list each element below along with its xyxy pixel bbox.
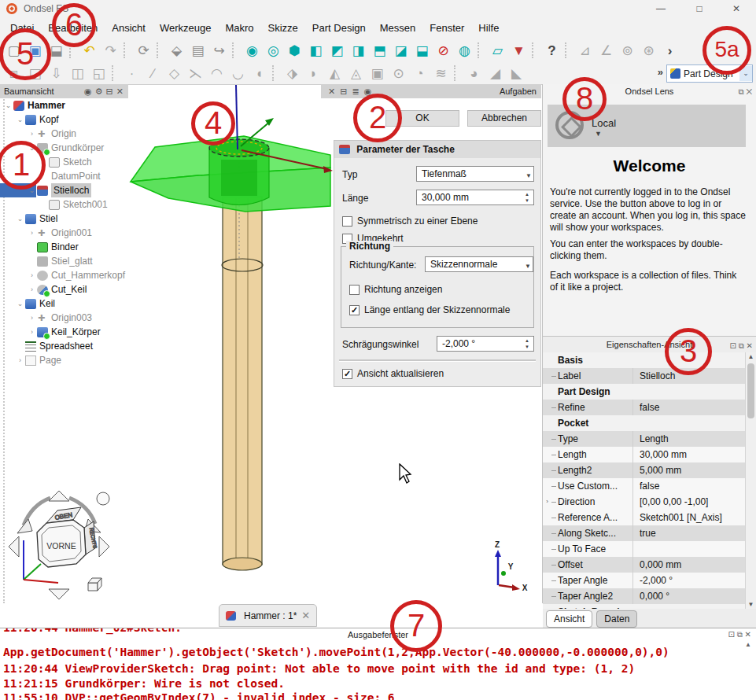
tree-item-origin[interactable]: › Origin <box>0 127 128 141</box>
tree-item-stiel[interactable]: ⌄ Stiel <box>0 212 128 226</box>
face-icon[interactable]: ◖ <box>249 64 269 83</box>
scroll-down-icon[interactable]: ▼ <box>746 601 756 608</box>
tree-chevron-icon[interactable]: ⌄ <box>3 98 13 112</box>
lens-panel-header[interactable]: Ondsel Lens ⧉ ✕ <box>543 84 756 98</box>
document-tab[interactable]: Hammer : 1* ✕ <box>219 604 317 627</box>
right-view-icon[interactable]: ◨ <box>348 41 368 61</box>
tab-daten[interactable]: Daten <box>596 610 637 628</box>
task-panel-header[interactable]: ✕⊟≣◉ Aufgaben <box>321 84 541 98</box>
local-coords-icon[interactable]: ⋋ <box>186 64 205 83</box>
property-value[interactable]: Length <box>632 431 746 447</box>
output-panel-icons[interactable]: ⊡ ⧉ ✕ <box>725 630 751 639</box>
tree-chevron-icon[interactable]: ⌄ <box>15 112 25 127</box>
property-value[interactable]: [0,00 0,00 -1,00] <box>632 494 746 510</box>
measure-angle-icon[interactable]: ∠ <box>596 41 616 61</box>
box-in-box-icon[interactable]: ◫ <box>68 64 87 83</box>
cancel-button[interactable]: Abbrechen <box>467 110 541 127</box>
workbench-part-icon[interactable]: ⬙ <box>167 41 186 61</box>
prop-label[interactable]: Label Stielloch <box>543 368 746 384</box>
tree-chevron-icon[interactable]: ⌄ <box>27 141 37 155</box>
symmetric-checkbox-row[interactable]: Symmetrisch zu einer Ebene <box>342 215 478 227</box>
property-value[interactable]: 5,000 mm <box>632 462 746 478</box>
open-document-icon[interactable]: ▣ <box>25 41 45 61</box>
property-value[interactable] <box>632 604 746 609</box>
property-value[interactable]: true <box>632 525 746 541</box>
update-view-checkbox[interactable] <box>342 369 352 379</box>
save-icon[interactable]: ⬓ <box>46 41 66 61</box>
prop-length[interactable]: Length 30,000 mm <box>543 447 746 462</box>
prop-group-pocket[interactable]: Pocket <box>543 415 746 431</box>
groove-icon[interactable]: ◔ <box>410 64 430 83</box>
separator[interactable] <box>124 42 131 58</box>
fit-all-icon[interactable]: ◉ <box>242 41 262 61</box>
Messen[interactable]: Messen <box>373 19 423 38</box>
left-view-icon[interactable]: ⬓ <box>412 41 432 61</box>
expand-icon[interactable] <box>543 573 551 588</box>
spline-curve-icon[interactable]: ◡ <box>228 64 248 83</box>
loft-icon[interactable]: ◭ <box>325 64 345 83</box>
show-direction-checkbox-row[interactable]: Richtung anzeigen <box>349 283 442 296</box>
expand-icon[interactable] <box>543 478 551 494</box>
tree-item-kopf[interactable]: ⌄ Kopf <box>0 112 128 127</box>
Bearbeiten[interactable]: Bearbeiten <box>41 19 105 38</box>
list-icon[interactable]: ≣ <box>352 87 359 96</box>
sweep-icon[interactable]: ◬ <box>346 64 366 83</box>
prop-refine[interactable]: Refine false <box>543 400 746 415</box>
whats-this-icon[interactable]: ? <box>542 41 562 61</box>
Skizze[interactable]: Skizze <box>261 19 305 38</box>
tree-chevron-icon[interactable]: › <box>27 127 37 141</box>
dialog-header[interactable]: Parameter der Tasche <box>334 141 540 158</box>
property-value[interactable] <box>632 415 746 431</box>
axonometric-view-icon[interactable]: ⬢ <box>285 41 304 61</box>
tree-chevron-icon[interactable]: › <box>27 226 37 240</box>
separator[interactable] <box>112 65 119 81</box>
expand-icon[interactable] <box>543 541 551 557</box>
tab-ansicht[interactable]: Ansicht <box>546 610 592 628</box>
property-value[interactable] <box>632 541 746 557</box>
expand-icon[interactable]: › <box>543 494 551 510</box>
eye-icon[interactable]: ◉ <box>364 87 372 96</box>
tree-panel-header[interactable]: Baumansicht ◉⚙⊟✕ <box>0 84 128 98</box>
show-direction-checkbox[interactable] <box>349 285 360 295</box>
direction-select[interactable]: Skizzennormale ▼ <box>425 256 533 272</box>
top-view-icon[interactable]: ◩ <box>327 41 347 61</box>
separator[interactable] <box>454 65 461 81</box>
restore-panel-icon[interactable]: ⊡ <box>730 341 736 350</box>
property-value[interactable]: false <box>632 478 746 494</box>
close-panel-icon[interactable]: ✕ <box>328 87 335 96</box>
expand-icon[interactable] <box>543 352 551 368</box>
property-value[interactable]: 30,000 mm <box>632 447 746 462</box>
symmetric-checkbox[interactable] <box>342 216 352 227</box>
prop-direction[interactable]: › Direction [0,00 0,00 -1,00] <box>543 494 746 510</box>
expand-icon[interactable] <box>543 588 551 604</box>
expand-icon[interactable] <box>543 400 551 415</box>
expand-icon[interactable] <box>543 415 551 431</box>
pocket-icon[interactable]: ▣ <box>367 64 387 83</box>
restore-panel-icon[interactable]: ⊟ <box>106 87 113 96</box>
tree-chevron-icon[interactable]: ⌄ <box>15 212 25 226</box>
tree-item-spreadsheet[interactable]: Spreadsheet <box>0 339 128 353</box>
prop-along-sketch[interactable]: Along Sketc... true <box>543 525 746 541</box>
tree-chevron-icon[interactable]: ⌄ <box>27 183 37 197</box>
taper-angle-input[interactable]: -2,000 ° ▲▼ <box>437 336 534 352</box>
import-icon[interactable]: ⇩ <box>46 64 66 83</box>
datum-point-icon[interactable]: ∙ <box>122 64 142 83</box>
Werkzeuge[interactable]: Werkzeuge <box>153 19 219 38</box>
expand-icon[interactable] <box>543 447 551 462</box>
close-panel-icon[interactable]: ✕ <box>116 87 124 96</box>
Part Design[interactable]: Part Design <box>305 19 373 38</box>
prop-type[interactable]: Type Length <box>543 431 746 447</box>
measure-linear-icon[interactable]: ⊿ <box>575 41 595 61</box>
expand-icon[interactable] <box>543 384 551 400</box>
properties-panel-header[interactable]: Eigenschaften-Ansicht ⊡ ⧉ ✕ <box>543 337 756 352</box>
datum-line-icon[interactable]: ∕ <box>143 64 163 83</box>
separator[interactable] <box>232 42 239 58</box>
view-box-icon[interactable]: ⧈ <box>4 64 24 83</box>
tree-item-keil-koerper[interactable]: › Keil_Körper <box>0 325 128 339</box>
toolbar-overflow-more-icon[interactable]: » <box>658 66 663 78</box>
refresh-icon[interactable]: ⟳ <box>134 41 153 61</box>
expand-icon[interactable] <box>543 525 551 541</box>
Ansicht[interactable]: Ansicht <box>105 19 153 38</box>
along-normal-checkbox-row[interactable]: Länge entlang der Skizzennormale <box>349 304 510 316</box>
tree-chevron-icon[interactable]: › <box>27 282 37 297</box>
